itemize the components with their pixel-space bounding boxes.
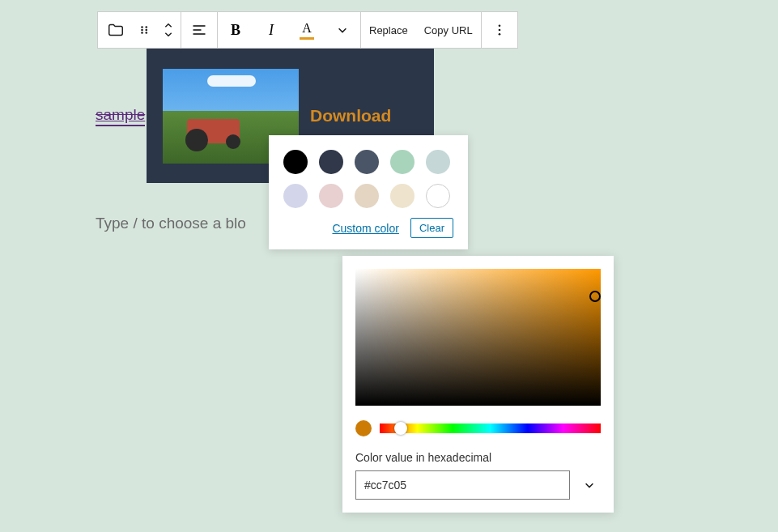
replace-button[interactable]: Replace: [361, 12, 416, 48]
toolbar-group-format: B I A: [218, 12, 361, 48]
hex-input-label: Color value in hexadecimal: [355, 451, 601, 464]
drag-handle-icon[interactable]: [134, 12, 156, 48]
swatch-row-2: [283, 184, 453, 208]
text-color-indicator: [300, 37, 314, 40]
svg-point-5: [145, 32, 147, 34]
swatch-pale-teal[interactable]: [426, 150, 450, 174]
svg-point-4: [145, 29, 147, 32]
italic-button[interactable]: I: [253, 12, 289, 48]
toolbar-group-more: [482, 12, 517, 48]
swatch-lavender[interactable]: [283, 184, 308, 208]
block-placeholder[interactable]: Type / to choose a blo: [96, 215, 246, 232]
color-swatch-panel: Custom color Clear: [269, 135, 468, 249]
hue-slider[interactable]: [380, 423, 601, 433]
svg-point-0: [141, 26, 143, 28]
toolbar-group-file: Replace Copy URL: [361, 12, 482, 48]
format-dropdown-icon[interactable]: [325, 12, 360, 48]
svg-rect-7: [193, 29, 202, 31]
file-block-icon-button[interactable]: [98, 12, 134, 48]
swatch-navy[interactable]: [319, 150, 343, 174]
bold-button[interactable]: B: [218, 12, 253, 48]
block-toolbar: B I A Replace Copy URL: [97, 11, 518, 49]
clear-button[interactable]: Clear: [410, 218, 453, 238]
swatch-slate[interactable]: [355, 150, 379, 174]
swatch-sand[interactable]: [355, 184, 379, 208]
move-up-down-icon[interactable]: [156, 12, 181, 48]
swatch-blush[interactable]: [319, 184, 343, 208]
swatch-black[interactable]: [283, 150, 308, 174]
svg-point-3: [145, 26, 147, 28]
more-options-icon[interactable]: [482, 12, 517, 48]
hex-input[interactable]: [355, 470, 570, 500]
svg-point-2: [141, 32, 143, 34]
svg-rect-8: [193, 33, 206, 35]
swatch-cream[interactable]: [390, 184, 415, 208]
current-color-swatch: [355, 420, 372, 436]
text-color-button[interactable]: A: [289, 12, 325, 48]
expand-picker-icon[interactable]: [578, 474, 601, 496]
toolbar-group-block: [98, 12, 181, 48]
svg-point-9: [498, 24, 500, 27]
saturation-area[interactable]: [355, 269, 601, 406]
saturation-cursor[interactable]: [589, 291, 601, 302]
color-picker-panel: Color value in hexadecimal: [342, 256, 614, 513]
svg-rect-6: [193, 25, 206, 27]
swatch-mint[interactable]: [390, 150, 415, 174]
custom-color-link[interactable]: Custom color: [332, 222, 398, 235]
svg-point-1: [141, 29, 143, 32]
download-button[interactable]: Download: [310, 106, 391, 126]
toolbar-group-align: [181, 12, 218, 48]
align-button[interactable]: [181, 12, 217, 48]
swatch-white[interactable]: [426, 184, 450, 208]
swatch-row-1: [283, 150, 453, 174]
sample-link[interactable]: sample: [96, 106, 145, 126]
svg-point-10: [498, 29, 500, 32]
hue-thumb[interactable]: [394, 422, 407, 435]
svg-point-11: [498, 33, 500, 36]
copy-url-button[interactable]: Copy URL: [416, 12, 481, 48]
